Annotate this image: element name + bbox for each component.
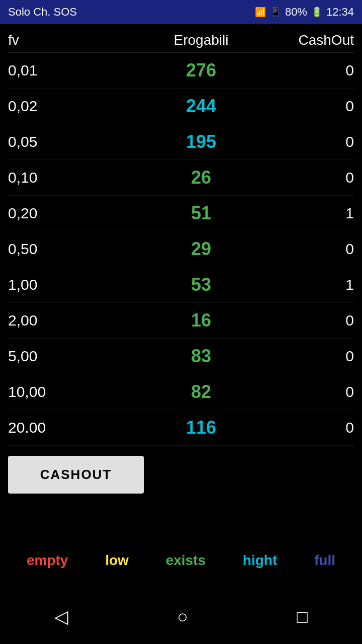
- row-erogabili-0: 276: [109, 60, 294, 81]
- sim-icon: 📱: [270, 7, 281, 18]
- row-erogabili-9: 82: [109, 381, 294, 403]
- row-cashout-2: 0: [294, 133, 354, 150]
- row-cashout-6: 1: [294, 276, 354, 293]
- row-fv-10: 20.00: [8, 419, 109, 436]
- battery-percent: 80%: [285, 6, 307, 19]
- row-cashout-9: 0: [294, 383, 354, 400]
- table-row: 0,05 195 0: [8, 124, 354, 160]
- header-fv: fv: [8, 32, 109, 48]
- table-row: 0,10 26 0: [8, 160, 354, 196]
- table-row: 10,00 82 0: [8, 374, 354, 410]
- row-fv-0: 0,01: [8, 62, 109, 79]
- table-row: 2,00 16 0: [8, 303, 354, 339]
- row-fv-8: 5,00: [8, 348, 109, 365]
- row-cashout-4: 1: [294, 205, 354, 222]
- row-cashout-10: 0: [294, 419, 354, 436]
- row-cashout-7: 0: [294, 312, 354, 329]
- status-bar: Solo Ch. SOS 📶 📱 80% 🔋 12:34: [0, 0, 362, 24]
- table-header: fv Erogabili CashOut: [8, 24, 354, 53]
- row-cashout-0: 0: [294, 62, 354, 79]
- legend-empty: empty: [27, 552, 68, 569]
- status-app-name: Solo Ch. SOS: [8, 6, 77, 19]
- recent-button[interactable]: □: [287, 601, 318, 632]
- row-erogabili-10: 116: [109, 417, 294, 438]
- row-fv-6: 1,00: [8, 276, 109, 293]
- table-row: 0,50 29 0: [8, 231, 354, 267]
- header-cashout: CashOut: [294, 32, 354, 48]
- table-row: 0,20 51 1: [8, 196, 354, 231]
- row-cashout-1: 0: [294, 98, 354, 115]
- main-content: fv Erogabili CashOut 0,01 276 0 0,02 244…: [0, 24, 362, 504]
- row-cashout-5: 0: [294, 240, 354, 258]
- wifi-icon: 📶: [255, 7, 266, 18]
- battery-icon: 🔋: [311, 7, 322, 18]
- table-row: 5,00 83 0: [8, 339, 354, 374]
- row-fv-5: 0,50: [8, 240, 109, 258]
- row-fv-4: 0,20: [8, 205, 109, 222]
- row-fv-3: 0,10: [8, 169, 109, 186]
- cashout-button[interactable]: CASHOUT: [8, 456, 144, 494]
- home-button[interactable]: ○: [167, 601, 198, 632]
- row-fv-9: 10,00: [8, 383, 109, 400]
- row-erogabili-6: 53: [109, 274, 294, 295]
- row-fv-7: 2,00: [8, 312, 109, 329]
- row-cashout-3: 0: [294, 169, 354, 186]
- legend-full: full: [314, 552, 335, 569]
- row-erogabili-8: 83: [109, 346, 294, 367]
- row-erogabili-2: 195: [109, 131, 294, 152]
- row-erogabili-3: 26: [109, 167, 294, 188]
- row-fv-2: 0,05: [8, 133, 109, 150]
- legend-low: low: [105, 552, 129, 569]
- table-row: 1,00 53 1: [8, 267, 354, 303]
- row-erogabili-1: 244: [109, 96, 294, 117]
- legend: empty low exists hight full: [0, 542, 362, 579]
- table-row: 0,01 276 0: [8, 53, 354, 89]
- row-erogabili-5: 29: [109, 238, 294, 260]
- back-button[interactable]: ◁: [44, 601, 78, 632]
- row-cashout-8: 0: [294, 348, 354, 365]
- table-body: 0,01 276 0 0,02 244 0 0,05 195 0 0,10 26…: [8, 53, 354, 446]
- status-right: 📶 📱 80% 🔋 12:34: [255, 6, 354, 19]
- header-erogabili: Erogabili: [109, 32, 294, 48]
- clock: 12:34: [326, 6, 354, 19]
- nav-bar: ◁ ○ □: [0, 589, 362, 644]
- legend-hight: hight: [243, 552, 277, 569]
- row-erogabili-4: 51: [109, 203, 294, 224]
- legend-exists: exists: [166, 552, 206, 569]
- table-row: 20.00 116 0: [8, 410, 354, 446]
- table-row: 0,02 244 0: [8, 89, 354, 124]
- row-fv-1: 0,02: [8, 98, 109, 115]
- row-erogabili-7: 16: [109, 310, 294, 331]
